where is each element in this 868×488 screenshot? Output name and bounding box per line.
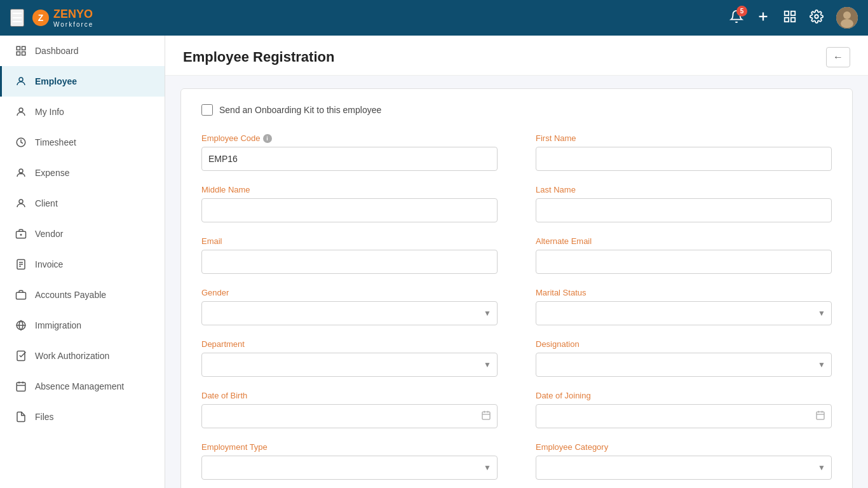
svg-rect-13 <box>22 46 25 50</box>
sidebar: Dashboard Employee My Info <box>0 36 165 488</box>
email-label: Email <box>201 236 498 246</box>
sidebar-item-label: Immigration <box>35 320 81 330</box>
hamburger-button[interactable]: ☰ <box>10 9 24 27</box>
employee-category-label: Employee Category <box>536 442 832 452</box>
employee-code-info-icon[interactable]: i <box>263 134 272 143</box>
marital-status-field: Marital Status Single Married ▼ <box>536 288 832 325</box>
gender-select-wrap: Male Female Other ▼ <box>201 301 498 325</box>
svg-rect-7 <box>791 17 795 21</box>
notification-badge: 5 <box>736 6 747 17</box>
department-label: Department <box>201 339 498 349</box>
sidebar-item-timesheet[interactable]: Timesheet <box>0 127 165 158</box>
sidebar-item-absence-management[interactable]: Absence Management <box>0 371 165 402</box>
logo-subtext: Workforce <box>53 21 93 28</box>
expense-icon <box>15 166 27 179</box>
employee-code-field: Employee Code i <box>201 133 498 171</box>
employee-code-input[interactable] <box>201 147 498 171</box>
settings-button[interactable] <box>810 10 824 27</box>
employment-type-label: Employment Type <box>201 442 498 452</box>
svg-point-10 <box>843 11 851 19</box>
department-select[interactable] <box>201 353 498 377</box>
invoice-icon <box>15 258 27 271</box>
middle-name-field: Middle Name <box>201 185 498 222</box>
sidebar-item-dashboard[interactable]: Dashboard <box>0 36 165 66</box>
absence-icon <box>15 380 27 393</box>
form-grid: Employee Code i First Name Middle Name <box>201 133 832 488</box>
svg-point-17 <box>19 108 23 112</box>
svg-rect-14 <box>17 52 20 55</box>
svg-rect-33 <box>17 383 25 391</box>
workauth-icon <box>15 349 27 362</box>
sidebar-item-label: Expense <box>35 168 69 178</box>
sidebar-item-vendor[interactable]: Vendor <box>0 219 165 249</box>
marital-status-select[interactable]: Single Married <box>536 301 832 325</box>
sidebar-item-label: Absence Management <box>35 381 124 391</box>
email-field: Email <box>201 236 498 274</box>
sidebar-item-invoice[interactable]: Invoice <box>0 249 165 280</box>
svg-rect-5 <box>791 11 795 15</box>
email-input[interactable] <box>201 250 498 274</box>
logo-text: ZENYO <box>53 8 93 20</box>
alternate-email-input[interactable] <box>536 250 832 274</box>
svg-rect-29 <box>17 292 26 299</box>
sidebar-item-label: My Info <box>35 107 64 117</box>
sidebar-item-label: Vendor <box>35 229 63 239</box>
sidebar-item-work-authorization[interactable]: Work Authorization <box>0 341 165 371</box>
back-button[interactable]: ← <box>826 47 850 67</box>
notification-button[interactable]: 5 <box>729 10 743 27</box>
marital-status-label: Marital Status <box>536 288 832 297</box>
svg-rect-4 <box>785 11 789 15</box>
main-layout: Dashboard Employee My Info <box>0 36 868 488</box>
last-name-field: Last Name <box>536 185 832 222</box>
sidebar-item-myinfo[interactable]: My Info <box>0 97 165 127</box>
client-icon <box>15 197 27 210</box>
navbar-right: 5 <box>729 7 858 29</box>
dob-date-wrap <box>201 404 498 428</box>
onboarding-label[interactable]: Send an Onboarding Kit to this employee <box>219 105 381 115</box>
sidebar-item-immigration[interactable]: Immigration <box>0 310 165 341</box>
sidebar-item-employee[interactable]: Employee <box>0 66 165 97</box>
alternate-email-field: Alternate Email <box>536 236 832 274</box>
designation-label: Designation <box>536 339 832 349</box>
sidebar-item-label: Files <box>35 412 54 422</box>
grid-button[interactable] <box>783 10 797 27</box>
logo-icon: Z <box>32 9 50 27</box>
middle-name-input[interactable] <box>201 198 498 222</box>
employee-code-label: Employee Code i <box>201 133 498 143</box>
first-name-input[interactable] <box>536 147 832 171</box>
last-name-input[interactable] <box>536 198 832 222</box>
accounts-icon <box>15 288 27 301</box>
designation-field: Designation ▼ <box>536 339 832 377</box>
vendor-icon <box>15 227 27 240</box>
sidebar-item-files[interactable]: Files <box>0 402 165 432</box>
myinfo-icon <box>15 105 27 118</box>
doj-input[interactable] <box>536 404 832 428</box>
gender-select[interactable]: Male Female Other <box>201 301 498 325</box>
designation-select[interactable] <box>536 353 832 377</box>
form-container: Send an Onboarding Kit to this employee … <box>180 88 853 488</box>
navbar: ☰ Z ZENYO Workforce 5 <box>0 0 868 36</box>
employee-category-select-wrap: ▼ <box>536 456 832 480</box>
marital-status-select-wrap: Single Married ▼ <box>536 301 832 325</box>
gender-label: Gender <box>201 288 498 297</box>
sidebar-item-expense[interactable]: Expense <box>0 158 165 188</box>
page-title: Employee Registration <box>183 49 334 65</box>
sidebar-item-accounts-payable[interactable]: Accounts Payable <box>0 280 165 310</box>
svg-rect-6 <box>785 17 789 21</box>
dob-input[interactable] <box>201 404 498 428</box>
sidebar-item-client[interactable]: Client <box>0 188 165 219</box>
svg-rect-15 <box>22 52 25 55</box>
user-avatar[interactable] <box>836 7 858 29</box>
employment-type-select[interactable] <box>201 456 498 480</box>
sidebar-item-label: Client <box>35 198 58 208</box>
back-icon: ← <box>833 51 843 62</box>
onboarding-checkbox[interactable] <box>201 104 213 116</box>
dashboard-icon <box>15 44 27 57</box>
employee-icon <box>15 75 27 88</box>
employee-category-select[interactable] <box>536 456 832 480</box>
sidebar-item-label: Employee <box>35 76 77 86</box>
svg-point-16 <box>19 78 23 81</box>
svg-text:Z: Z <box>38 13 44 23</box>
dob-label: Date of Birth <box>201 391 498 400</box>
add-button[interactable] <box>756 10 770 27</box>
